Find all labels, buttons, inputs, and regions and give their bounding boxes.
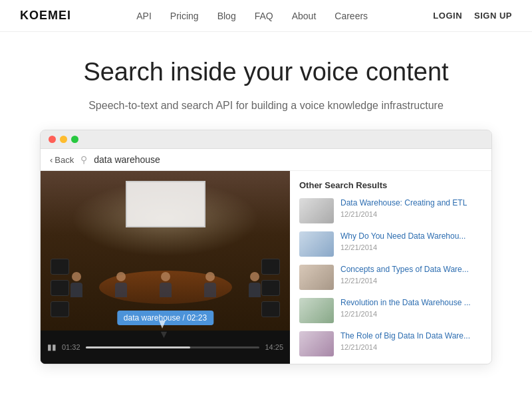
result-thumbnail <box>299 198 334 223</box>
person-body <box>249 283 261 297</box>
result-date: 12/21/2014 <box>340 243 482 251</box>
nav-links: API Pricing Blog FAQ About Careers <box>136 10 368 22</box>
result-title: Revolution in the Data Warehouse ... <box>340 298 482 309</box>
result-title: Data Warehouse: Creating and ETL <box>340 198 482 209</box>
result-item-1[interactable]: Data Warehouse: Creating and ETL 12/21/2… <box>299 198 482 223</box>
result-thumbnail <box>299 265 334 290</box>
person-body <box>70 283 82 297</box>
result-title: The Role of Big Data In Data Ware... <box>340 331 482 342</box>
cursor-indicator: ▼ <box>159 321 168 334</box>
person-head <box>161 272 170 281</box>
result-date: 12/21/2014 <box>340 277 482 285</box>
person-head <box>250 272 259 281</box>
result-date: 12/21/2014 <box>340 210 482 218</box>
results-panel: Other Search Results Data Warehouse: Cre… <box>290 171 491 364</box>
signup-button[interactable]: SIGN UP <box>474 11 512 21</box>
demo-window: ‹ Back ⚲ data warehouse <box>40 130 492 364</box>
person-head <box>72 272 81 281</box>
video-background <box>41 171 290 331</box>
logo[interactable]: KOEMEI <box>20 9 71 23</box>
result-item-5[interactable]: The Role of Big Data In Data Ware... 12/… <box>299 331 482 356</box>
result-date: 12/21/2014 <box>340 343 482 351</box>
person-head <box>116 272 126 281</box>
hero-title: Search inside your voice content <box>13 57 519 88</box>
chevron-left-icon: ‹ <box>50 155 53 165</box>
hero-subtitle: Speech-to-text and search API for buildi… <box>13 97 519 114</box>
result-date: 12/21/2014 <box>340 310 482 318</box>
result-item-2[interactable]: Why Do You Need Data Warehou... 12/21/20… <box>299 231 482 257</box>
results-title: Other Search Results <box>299 180 482 190</box>
person-body <box>160 283 172 297</box>
time-total: 14:25 <box>265 343 283 351</box>
nav-faq[interactable]: FAQ <box>255 11 273 21</box>
nav-api[interactable]: API <box>136 11 152 21</box>
person-body <box>115 283 127 297</box>
hero-section: Search inside your voice content Speech-… <box>0 32 532 130</box>
person-figure <box>115 272 127 297</box>
video-panel: data warehouse / 02:23 ▼ ▮▮ 01:32 14:25 <box>41 171 290 364</box>
auth-buttons: LOGIN SIGN UP <box>433 11 512 21</box>
window-close-dot[interactable] <box>49 136 56 143</box>
back-button[interactable]: ‹ Back <box>50 155 74 165</box>
result-thumbnail <box>299 231 334 257</box>
person-body <box>204 283 216 297</box>
result-info: The Role of Big Data In Data Ware... 12/… <box>340 331 482 351</box>
chair <box>51 301 69 317</box>
window-content: data warehouse / 02:23 ▼ ▮▮ 01:32 14:25 … <box>41 171 491 364</box>
result-item-4[interactable]: Revolution in the Data Warehouse ... 12/… <box>299 298 482 323</box>
result-title: Concepts and Types of Data Ware... <box>340 265 482 275</box>
result-info: Data Warehouse: Creating and ETL 12/21/2… <box>340 198 482 218</box>
chair <box>261 301 280 317</box>
result-info: Why Do You Need Data Warehou... 12/21/20… <box>340 231 482 251</box>
search-query[interactable]: data warehouse <box>94 154 160 165</box>
person-figure <box>249 272 261 297</box>
window-minimize-dot[interactable] <box>60 136 67 143</box>
nav-blog[interactable]: Blog <box>217 11 236 21</box>
navbar: KOEMEI API Pricing Blog FAQ About Career… <box>0 0 532 32</box>
result-thumbnail <box>299 298 334 323</box>
result-info: Concepts and Types of Data Ware... 12/21… <box>340 265 482 285</box>
time-elapsed: 01:32 <box>62 343 80 351</box>
progress-fill <box>86 346 190 348</box>
meeting-people <box>41 272 290 297</box>
window-toolbar: ‹ Back ⚲ data warehouse <box>41 149 491 171</box>
person-figure <box>160 272 172 297</box>
progress-bar[interactable] <box>86 346 260 348</box>
nav-about[interactable]: About <box>292 11 317 21</box>
nav-pricing[interactable]: Pricing <box>170 11 199 21</box>
result-title: Why Do You Need Data Warehou... <box>340 231 482 242</box>
window-maximize-dot[interactable] <box>71 136 78 143</box>
search-icon: ⚲ <box>80 154 87 165</box>
window-titlebar <box>41 130 491 149</box>
result-item-3[interactable]: Concepts and Types of Data Ware... 12/21… <box>299 265 482 290</box>
person-figure <box>70 272 82 297</box>
login-button[interactable]: LOGIN <box>433 11 462 21</box>
result-info: Revolution in the Data Warehouse ... 12/… <box>340 298 482 318</box>
nav-careers[interactable]: Careers <box>334 11 368 21</box>
person-head <box>205 272 215 281</box>
result-thumbnail <box>299 331 334 356</box>
person-figure <box>204 272 216 297</box>
play-button[interactable]: ▮▮ <box>47 342 57 352</box>
projector-screen <box>126 181 205 227</box>
back-label: Back <box>55 155 74 165</box>
